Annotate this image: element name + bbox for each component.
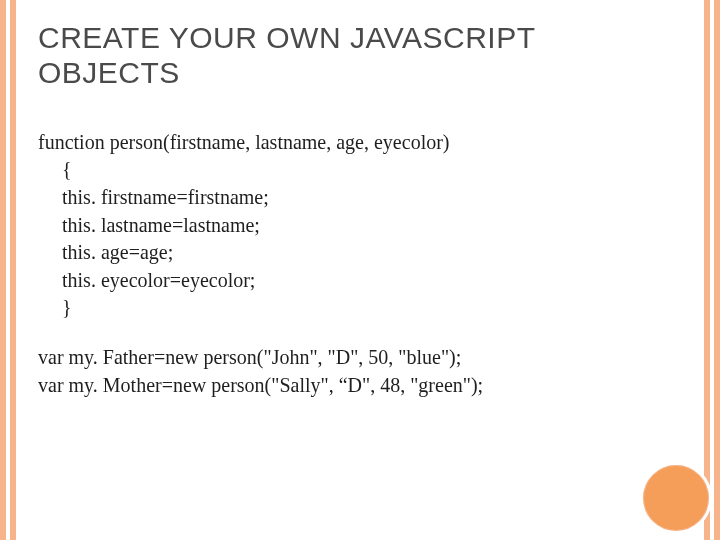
- code-line-eyecolor: this. eyecolor=eyecolor;: [38, 267, 682, 295]
- decorative-circle-icon: [640, 462, 712, 534]
- content-area: CREATE YOUR OWN JAVASCRIPT OBJECTS funct…: [38, 20, 682, 399]
- right-stripe-inner: [704, 0, 710, 540]
- code-brace-close: }: [38, 294, 682, 322]
- code-line-firstname: this. firstname=firstname;: [38, 184, 682, 212]
- usage-line-father: var my. Father=new person("John", "D", 5…: [38, 344, 682, 372]
- slide: CREATE YOUR OWN JAVASCRIPT OBJECTS funct…: [0, 0, 720, 540]
- usage-line-mother: var my. Mother=new person("Sally", “D", …: [38, 372, 682, 400]
- left-stripe-inner: [10, 0, 16, 540]
- code-line-age: this. age=age;: [38, 239, 682, 267]
- right-stripe-outer: [714, 0, 720, 540]
- spacer: [38, 322, 682, 344]
- left-stripe-outer: [0, 0, 6, 540]
- code-brace-open: {: [38, 156, 682, 184]
- code-line-lastname: this. lastname=lastname;: [38, 212, 682, 240]
- code-fn-signature: function person(firstname, lastname, age…: [38, 129, 682, 157]
- slide-body: function person(firstname, lastname, age…: [38, 129, 682, 399]
- slide-title: CREATE YOUR OWN JAVASCRIPT OBJECTS: [38, 20, 682, 91]
